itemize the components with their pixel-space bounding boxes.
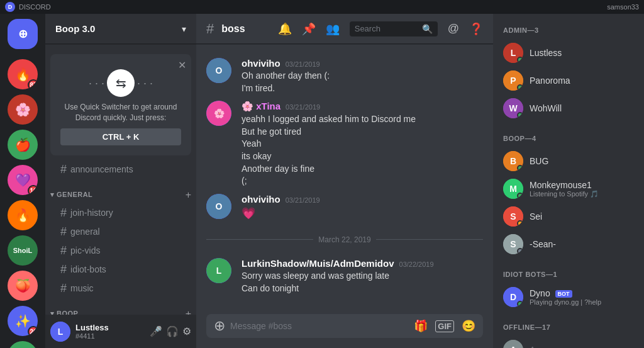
server-icon-2[interactable]: 🌸 [8,94,38,125]
messages-area: O ohviviho 03/21/2019 Oh another day the… [196,44,493,314]
avatar: P [503,70,523,91]
member-item[interactable]: S -Sean- [498,230,639,258]
member-name: Dyno BOT [530,288,634,298]
message-author[interactable]: LurkinShadow/Muis/AdmDemidov [242,258,394,269]
member-info: -Sean- [530,239,634,249]
emoji-icon[interactable]: 😊 [462,319,475,333]
server-header[interactable]: Boop 3.0 ▾ [45,14,196,44]
gif-icon[interactable]: GIF [435,320,454,332]
server-icon-4[interactable]: 💜 16 [8,165,38,195]
add-channel-icon[interactable]: + [186,308,191,315]
status-badge [517,193,523,199]
message-content: ohviviho 03/21/2019 Oh another day then … [242,58,483,94]
server-icon-5[interactable]: 🔥 [8,200,38,230]
channel-item-idiot-bots[interactable]: # idiot-bots [50,261,191,279]
search-bar[interactable]: 🔍 [350,21,438,36]
date-label: March 22, 2019 [318,235,370,244]
at-icon[interactable]: @ [448,22,459,35]
member-item[interactable]: B BUG [498,147,639,175]
channel-name: announcements [70,164,133,174]
status-badge [517,57,523,63]
message-text: 💗 [242,206,483,222]
server-icon-3[interactable]: 🍎 [8,130,38,160]
bell-icon[interactable]: 🔔 [278,22,292,36]
app-name: DISCORD [19,3,51,11]
channel-item-pic-vids[interactable]: # pic-vids [50,242,191,260]
hash-icon: # [60,225,67,239]
hash-icon: # [60,206,67,220]
help-icon[interactable]: ❓ [469,22,483,36]
search-input[interactable] [355,24,418,33]
member-item[interactable]: M Monkeymouse1 Listening to Spotify 🎵 [498,175,639,203]
member-item[interactable]: A Aaron [498,336,639,348]
channel-item-music[interactable]: # music [50,279,191,298]
category-boop: ▾ BOOP + [45,298,196,315]
category-label[interactable]: ▾ GENERAL [50,191,92,199]
add-channel-icon[interactable]: + [186,189,191,201]
message-header: ohviviho 03/21/2019 [242,58,483,69]
avatar: L [50,322,70,342]
member-info: WohWill [530,103,634,113]
server-icon-8[interactable]: ✨ 26 [8,306,38,336]
member-name: Aaron [530,345,634,348]
user-discriminator: #4411 [75,332,145,340]
server-icon-discord[interactable]: ⊕ [8,19,38,49]
gift-icon[interactable]: 🎁 [414,319,428,333]
member-name: BUG [530,156,634,166]
members-icon[interactable]: 👥 [326,22,340,36]
member-item[interactable]: W WohWill [498,94,639,122]
message-author[interactable]: ohviviho [242,58,280,69]
header-actions: 🔔 📌 👥 🔍 @ ❓ [278,21,483,36]
mute-icon[interactable]: 🎤 [150,325,162,337]
channel-item-announcements[interactable]: # announcements [50,160,191,179]
message-author[interactable]: ohviviho [242,194,280,205]
channel-sidebar: Boop 3.0 ▾ ✕ · · · ⇆ · · · Use Quick Swi… [45,14,196,348]
channel-item-join-history[interactable]: # join-history [50,204,191,222]
status-badge [517,301,523,307]
message-header: ohviviho 03/21/2019 [242,194,483,205]
settings-icon[interactable]: ⚙ [182,325,191,337]
member-item[interactable]: D Dyno BOT Playing dyno.gg | ?help [498,283,639,311]
members-group-offline: OFFLINE—17 A Aaron A AcSeann [498,321,639,348]
avatar: L [206,258,231,283]
add-attachment-icon[interactable]: ⊕ [214,318,225,334]
hash-icon: # [60,282,67,295]
qs-shortcut: CTRL + K [60,128,181,145]
status-badge [517,84,523,91]
member-item[interactable]: S Sei [498,203,639,230]
message-text: Oh another day then (:I'm tired. [242,70,483,94]
category-label[interactable]: ▾ BOOP [50,310,78,315]
pin-icon[interactable]: 📌 [302,22,316,36]
main-content: # boss 🔔 📌 👥 🔍 @ ❓ O [196,14,493,348]
message-input[interactable] [230,314,409,338]
discord-logo: D [5,2,15,12]
hash-icon: # [60,163,67,176]
member-item[interactable]: L Lustless [498,39,639,67]
avatar: D [503,287,523,307]
channel-item-general[interactable]: # general [50,223,191,241]
search-icon: 🔍 [422,24,433,34]
channel-name: boss [221,23,245,35]
member-name: Lustless [530,48,634,58]
close-icon[interactable]: ✕ [178,59,186,71]
member-item[interactable]: P Panoroma [498,67,639,94]
server-icon-7[interactable]: 🍑 [8,271,38,301]
member-name: Panoroma [530,76,634,86]
title-bar-left: D DISCORD [5,2,51,12]
message-input-area: ⊕ 🎁 GIF 😊 [196,314,493,348]
message-author[interactable]: 🌸 xTina [242,101,280,112]
group-title: IDIOT BOTS—1 [498,268,639,281]
message-content: ohviviho 03/21/2019 💗 [242,194,483,222]
server-icon-1[interactable]: 🔥 87 [8,59,38,89]
server-icon-6[interactable]: ShoiL [8,235,38,266]
member-info: Dyno BOT Playing dyno.gg | ?help [530,288,634,306]
app-container: ⊕ 🔥 87 🌸 🍎 💜 16 🔥 ShoiL 🍑 ✨ 26 [0,14,644,348]
deafen-icon[interactable]: 🎧 [166,325,179,337]
avatar: S [503,206,523,227]
message-text: Sorry was sleepy and was getting lateCan… [242,270,483,295]
quick-switcher: ✕ · · · ⇆ · · · Use Quick Switcher to ge… [50,54,191,155]
member-activity: Listening to Spotify 🎵 [530,190,634,198]
message: 🌸 🌸 xTina 03/21/2019 yeahh I logged and … [196,98,493,190]
members-group-bots: IDIOT BOTS—1 D Dyno BOT Playing dyno.gg … [498,268,639,311]
server-icon-add[interactable]: NEW [8,341,38,348]
